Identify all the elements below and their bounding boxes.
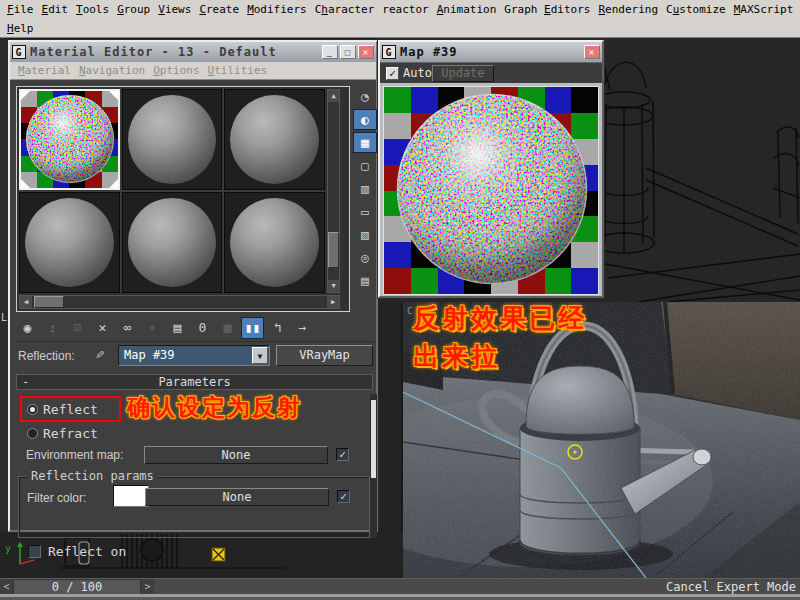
material-id-channel-button[interactable]: 0 [191, 317, 214, 339]
close-button[interactable]: ✕ [358, 45, 374, 59]
sample-sphere [128, 198, 217, 287]
menu-modifiers[interactable]: Modifiers [243, 3, 311, 16]
max-logo-icon: G [382, 45, 396, 59]
put-to-library-button[interactable]: ▤ [166, 317, 189, 339]
sample-slot[interactable] [122, 89, 223, 190]
video-color-check-button[interactable]: ▥ [353, 178, 377, 199]
scroll-left-icon[interactable]: ◀ [20, 296, 32, 308]
chevron-down-icon[interactable]: ▼ [252, 347, 268, 364]
menu-help[interactable]: Help [3, 22, 38, 35]
scroll-thumb[interactable] [328, 232, 339, 268]
menu-utilities[interactable]: Utilities [204, 64, 272, 77]
sample-slot-active[interactable] [19, 89, 120, 190]
scroll-thumb[interactable] [34, 296, 64, 308]
menu-reactor[interactable]: reactor [378, 3, 432, 16]
menu-character[interactable]: Character [311, 3, 379, 16]
get-material-button[interactable]: ◉ [16, 317, 39, 339]
environment-map-button[interactable]: None [144, 446, 328, 464]
time-slider[interactable]: < 0 / 100 > [0, 579, 154, 595]
reflect-on-checkbox[interactable] [28, 545, 41, 558]
scroll-up-icon[interactable]: ▲ [328, 90, 339, 102]
reflection-map-dropdown[interactable]: Map #39 ▼ [118, 345, 270, 366]
viewport-camera-label: C [407, 306, 412, 316]
pick-material-icon[interactable]: ✎ [96, 346, 104, 362]
menu-options[interactable]: Options [149, 64, 203, 77]
map-type-button[interactable]: VRayMap [276, 345, 373, 366]
scroll-track[interactable] [32, 296, 327, 308]
select-by-material-button[interactable]: ◎ [353, 247, 377, 268]
svg-text:y: y [5, 543, 11, 554]
annotation-confirm: 确认设定为反射 [127, 392, 302, 423]
main-menubar-row1: FileEditToolsGroupViewsCreateModifiersCh… [0, 0, 800, 19]
parameters-rollout-header[interactable]: - Parameters [16, 374, 373, 390]
menu-navigation[interactable]: Navigation [75, 64, 149, 77]
me-menubar: MaterialNavigationOptionsUtilities [10, 62, 376, 80]
collapse-icon[interactable]: - [22, 375, 29, 389]
put-material-to-scene-button[interactable]: ↥ [41, 317, 64, 339]
menu-create[interactable]: Create [195, 3, 243, 16]
maximize-button[interactable]: □ [340, 45, 356, 59]
menu-maxscript[interactable]: MAXScript [730, 3, 798, 16]
update-button[interactable]: Update [432, 65, 494, 82]
auto-checkbox[interactable]: ✓ [386, 67, 399, 80]
sample-uv-tiling-button[interactable]: ▢ [353, 155, 377, 176]
make-material-copy-button[interactable]: ∞ [116, 317, 139, 339]
slots-horizontal-scrollbar[interactable]: ◀ ▶ [19, 295, 340, 309]
max-logo-icon: G [12, 45, 26, 59]
menu-graph-editors[interactable]: Graph Editors [500, 3, 594, 16]
reflect-radio[interactable] [27, 404, 38, 415]
refract-radio[interactable] [27, 428, 38, 439]
go-forward-to-sibling-button[interactable]: → [291, 317, 314, 339]
backlight-button[interactable]: ◐ [353, 109, 377, 130]
menu-rendering[interactable]: Rendering [594, 3, 662, 16]
material-editor-titlebar[interactable]: G Material Editor - 13 - Default _ □ ✕ [10, 42, 376, 62]
params-scrollbar[interactable] [370, 394, 377, 538]
material-editor-options-button[interactable]: ▧ [353, 224, 377, 245]
time-next-icon[interactable]: > [141, 579, 154, 595]
map-preview-window: G Map #39 ✕ ✓ Auto Update [378, 40, 604, 298]
sample-slot[interactable] [19, 192, 120, 293]
menu-views[interactable]: Views [154, 3, 195, 16]
sample-type-sphere-button[interactable]: ◔ [353, 86, 377, 107]
assigned-corner-marker [21, 91, 30, 100]
menu-file[interactable]: File [3, 3, 38, 16]
viewport-left-label: L [1, 312, 7, 323]
background-button[interactable]: ▦ [353, 132, 377, 153]
scroll-down-icon[interactable]: ▼ [328, 280, 339, 292]
time-display[interactable]: 0 / 100 [13, 579, 141, 595]
menu-material[interactable]: Material [14, 64, 75, 77]
minimize-button[interactable]: _ [322, 45, 338, 59]
make-preview-button[interactable]: ▭ [353, 201, 377, 222]
map-window-titlebar[interactable]: G Map #39 ✕ [380, 42, 602, 62]
scroll-thumb[interactable] [371, 400, 376, 478]
map-window-toolbar: ✓ Auto Update [380, 62, 602, 83]
material-map-navigator-button[interactable]: ▤ [353, 270, 377, 291]
sample-slot[interactable] [224, 89, 325, 190]
material-editor-body: ▲ ▼ ◀ ▶ ◔◐▦▢▥▭▧◎▤ ◉↥⊡✕∞∗▤0▦▮▮↰→ Reflecti… [10, 80, 376, 530]
menu-customize[interactable]: Customize [662, 3, 730, 16]
slot-reflection-sphere [21, 91, 119, 187]
scroll-right-icon[interactable]: ▶ [327, 296, 339, 308]
menu-animation[interactable]: Animation [433, 3, 501, 16]
time-prev-icon[interactable]: < [0, 579, 13, 595]
filter-color-swatch[interactable] [113, 485, 149, 507]
sample-slot[interactable] [122, 192, 223, 293]
go-to-parent-button[interactable]: ↰ [266, 317, 289, 339]
menu-group[interactable]: Group [113, 3, 154, 16]
viewport-left-strip[interactable]: L [0, 38, 8, 578]
menu-edit[interactable]: Edit [38, 3, 73, 16]
filter-map-checkbox[interactable]: ✓ [337, 490, 350, 503]
cancel-expert-mode-label[interactable]: Cancel Expert Mode [666, 580, 796, 594]
filter-map-button[interactable]: None [145, 488, 329, 506]
make-unique-button[interactable]: ∗ [141, 317, 164, 339]
reset-map-button[interactable]: ✕ [91, 317, 114, 339]
slots-vertical-scrollbar[interactable]: ▲ ▼ [327, 89, 340, 293]
show-end-result-button[interactable]: ▮▮ [241, 317, 264, 339]
assign-material-to-selection-button[interactable]: ⊡ [66, 317, 89, 339]
environment-map-checkbox[interactable]: ✓ [336, 448, 349, 461]
menu-tools[interactable]: Tools [72, 3, 113, 16]
assigned-corner-marker [21, 179, 30, 188]
show-map-in-viewport-button[interactable]: ▦ [216, 317, 239, 339]
close-icon[interactable]: ✕ [584, 45, 600, 59]
sample-slot[interactable] [224, 192, 325, 293]
